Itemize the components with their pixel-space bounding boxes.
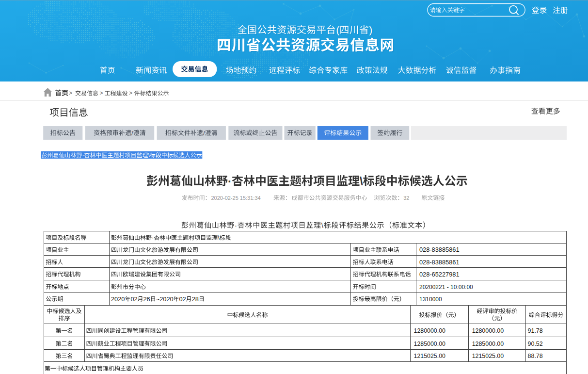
svg-text:~2020: ~2020: [156, 295, 174, 303]
svg-text:1215025.00: 1215025.00: [414, 353, 446, 359]
svg-text:028-65227981: 028-65227981: [419, 271, 460, 278]
svg-text:1280000.00: 1280000.00: [414, 327, 446, 334]
svg-text:90.52: 90.52: [528, 341, 543, 347]
svg-text:·: ·: [228, 175, 232, 188]
svg-text:): ): [369, 25, 373, 35]
svg-text:/: /: [203, 130, 205, 137]
svg-text:2020: 2020: [111, 295, 125, 303]
svg-text:>: >: [100, 90, 103, 97]
svg-text:02: 02: [179, 295, 186, 303]
svg-text:·: ·: [82, 152, 84, 159]
svg-text:20200221 - 10:00:00: 20200221 - 10:00:00: [419, 284, 473, 291]
svg-text:1285000.00: 1285000.00: [472, 341, 504, 347]
svg-text:28: 28: [192, 295, 199, 303]
svg-text:1310000: 1310000: [419, 296, 442, 303]
svg-text:32: 32: [403, 195, 409, 201]
svg-text:2020-02-25 15:31:34: 2020-02-25 15:31:34: [211, 195, 261, 201]
svg-text:028-83885861: 028-83885861: [419, 259, 460, 266]
svg-text:(: (: [336, 25, 339, 35]
svg-text:·: ·: [235, 221, 238, 229]
svg-text:·: ·: [152, 234, 154, 241]
svg-text:/: /: [131, 130, 133, 137]
svg-text:1285000.00: 1285000.00: [414, 341, 446, 347]
svg-text:26: 26: [143, 295, 150, 303]
svg-text:\: \: [360, 175, 363, 188]
svg-text:>: >: [69, 90, 72, 97]
svg-text:1215025.00: 1215025.00: [472, 353, 504, 359]
svg-text:88.78: 88.78: [528, 353, 543, 359]
svg-text:\: \: [321, 221, 324, 229]
svg-text:91.78: 91.78: [528, 327, 543, 334]
svg-text:02: 02: [130, 295, 137, 303]
svg-text:028-83885861: 028-83885861: [419, 246, 460, 253]
svg-text:\: \: [218, 234, 220, 241]
svg-text:>: >: [129, 90, 132, 97]
svg-text:1280000.00: 1280000.00: [472, 327, 504, 334]
